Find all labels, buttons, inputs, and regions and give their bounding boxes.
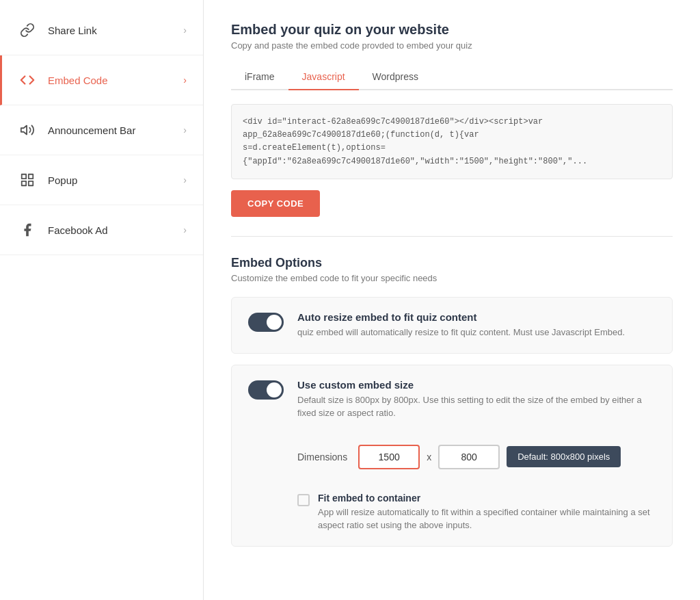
x-separator: x bbox=[427, 452, 431, 462]
auto-resize-title: Auto resize embed to fit quiz content bbox=[297, 311, 656, 323]
sidebar-item-embed-code-label: Embed Code bbox=[48, 75, 183, 86]
chevron-right-icon-3: › bbox=[183, 174, 187, 185]
sidebar-item-facebook-label: Facebook Ad bbox=[48, 224, 183, 236]
page-subtitle: Copy and paste the embed code provded to… bbox=[231, 40, 673, 51]
svg-marker-0 bbox=[21, 126, 27, 135]
copy-code-button[interactable]: COPY CODE bbox=[231, 190, 320, 217]
fit-container-desc: App will resize automatically to fit wit… bbox=[318, 506, 656, 532]
chevron-right-icon-2: › bbox=[183, 125, 187, 135]
sidebar: Share Link › Embed Code › Announcement B… bbox=[0, 0, 204, 600]
auto-resize-toggle[interactable] bbox=[248, 313, 284, 332]
height-input[interactable] bbox=[438, 445, 500, 469]
sidebar-item-embed-code[interactable]: Embed Code › bbox=[0, 55, 203, 105]
embed-options-subtitle: Customize the embed code to fit your spe… bbox=[231, 273, 673, 283]
popup-icon bbox=[16, 169, 38, 191]
chevron-right-icon: › bbox=[183, 25, 187, 36]
dimensions-label: Dimensions bbox=[297, 452, 347, 462]
custom-size-title: Use custom embed size bbox=[297, 379, 656, 391]
svg-rect-4 bbox=[29, 181, 33, 185]
custom-size-desc: Default size is 800px by 800px. Use this… bbox=[297, 393, 656, 420]
svg-rect-3 bbox=[22, 181, 26, 185]
fit-container-title: Fit embed to container bbox=[318, 493, 656, 504]
tab-javascript[interactable]: Javascript bbox=[288, 64, 359, 90]
embed-options-title: Embed Options bbox=[231, 256, 673, 270]
auto-resize-desc: quiz embed will automatically resize to … bbox=[297, 326, 656, 339]
page-title: Embed your quiz on your website bbox=[231, 22, 673, 38]
section-divider bbox=[231, 236, 673, 237]
sidebar-item-popup-label: Popup bbox=[48, 174, 183, 186]
main-content: Embed your quiz on your website Copy and… bbox=[204, 0, 700, 600]
auto-resize-option: Auto resize embed to fit quiz content qu… bbox=[231, 297, 673, 354]
default-size-button[interactable]: Default: 800x800 pixels bbox=[507, 446, 621, 467]
announcement-icon bbox=[16, 119, 38, 141]
sidebar-item-announcement-bar[interactable]: Announcement Bar › bbox=[0, 105, 203, 155]
width-input[interactable] bbox=[358, 445, 420, 469]
svg-rect-2 bbox=[29, 174, 33, 179]
code-content: <div id="interact-62a8ea699c7c4900187d1e… bbox=[243, 116, 661, 168]
sidebar-item-facebook-ad[interactable]: Facebook Ad › bbox=[0, 205, 203, 255]
dimensions-row: Dimensions x Default: 800x800 pixels bbox=[248, 445, 656, 469]
custom-size-toggle[interactable] bbox=[248, 380, 284, 400]
tab-wordpress[interactable]: Wordpress bbox=[359, 64, 432, 90]
auto-resize-content: Auto resize embed to fit quiz content qu… bbox=[297, 311, 656, 339]
tab-iframe[interactable]: iFrame bbox=[231, 64, 288, 90]
sidebar-item-popup[interactable]: Popup › bbox=[0, 155, 203, 205]
sidebar-item-announcement-label: Announcement Bar bbox=[48, 125, 183, 136]
fit-container-row: Fit embed to container App will resize a… bbox=[248, 493, 656, 532]
fit-container-content: Fit embed to container App will resize a… bbox=[318, 493, 656, 532]
chevron-right-active-icon: › bbox=[183, 75, 187, 86]
link-icon bbox=[16, 19, 38, 41]
chevron-right-icon-4: › bbox=[183, 224, 187, 235]
sidebar-item-share-link-label: Share Link bbox=[48, 25, 183, 36]
embed-tabs: iFrame Javascript Wordpress bbox=[231, 64, 673, 90]
fit-container-checkbox[interactable] bbox=[297, 494, 310, 506]
embed-code-box: <div id="interact-62a8ea699c7c4900187d1e… bbox=[231, 104, 673, 179]
custom-size-content: Use custom embed size Default size is 80… bbox=[297, 379, 656, 420]
custom-size-option: Use custom embed size Default size is 80… bbox=[231, 365, 673, 547]
code-icon bbox=[16, 69, 38, 91]
sidebar-item-share-link[interactable]: Share Link › bbox=[0, 5, 203, 55]
facebook-icon bbox=[16, 219, 38, 241]
svg-rect-1 bbox=[22, 174, 26, 179]
